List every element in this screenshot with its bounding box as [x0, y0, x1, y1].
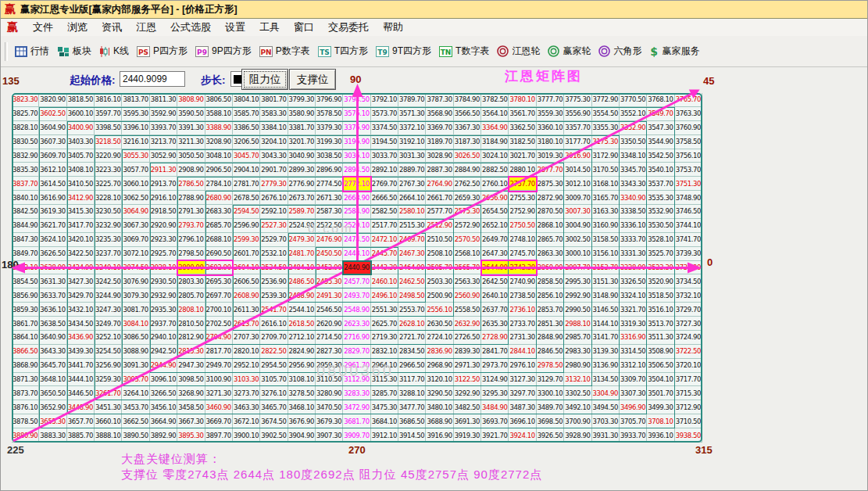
grid-cell: 2880.10 [509, 163, 536, 177]
grid-cell: 3218.50 [95, 135, 122, 149]
grid-cell: 3122.50 [454, 373, 481, 387]
grid-cell: 3175.30 [592, 135, 620, 149]
grid-cell: 2546.50 [316, 303, 343, 317]
grid-cell: 3199.30 [316, 135, 343, 149]
toolbar-item-5[interactable]: PNP数字表 [255, 42, 314, 60]
grid-cell: 3753.70 [675, 163, 702, 177]
grid-cell: 3895.30 [177, 428, 205, 443]
grid-cell: 3832.90 [12, 149, 39, 163]
grid-cell: 3710.50 [675, 414, 702, 428]
grid-cell: 3439.30 [67, 345, 95, 359]
grid-cell: 3756.10 [675, 149, 702, 163]
grid-cell: 2832.10 [371, 345, 398, 359]
footer-key-levels: 支撑位 零度2743点 2644点 180度2692点 阻力位 45度2757点… [121, 468, 542, 482]
grid-cell: 2656.90 [481, 191, 509, 205]
grid-cell: 3441.70 [67, 359, 95, 373]
toolbar-item-0[interactable]: 行情 [11, 42, 53, 60]
app-logo-icon: 赢 [7, 20, 18, 34]
toolbar-item-10[interactable]: 赢家轮 [544, 42, 595, 60]
grid-cell: 3496.90 [620, 400, 647, 414]
grid-cell: 2712.10 [288, 331, 316, 345]
grid-cell: 3931.30 [592, 428, 620, 443]
grid-cell: 3676.90 [288, 414, 316, 428]
dollar-icon: $ [649, 45, 659, 57]
grid-cell: 3784.90 [454, 93, 481, 107]
toolbar-item-3[interactable]: PSP四方形 [133, 42, 191, 60]
grid-cell: 3688.90 [426, 414, 453, 428]
grid-cell: 3388.90 [205, 121, 233, 135]
grid-cell: 2918.50 [150, 205, 177, 219]
menu-item-2[interactable]: 资讯 [95, 19, 129, 36]
grid-cell: 3278.50 [288, 386, 316, 400]
gann-square-grid: 3823.303820.903818.503816.103813.703811.… [12, 93, 702, 443]
grid-cell: 3516.10 [647, 303, 674, 317]
grid-cell: 2968.90 [426, 359, 453, 373]
grid-cell: 3566.50 [454, 107, 481, 121]
grid-cell: 2690.50 [205, 247, 233, 261]
grid-cell: 3206.50 [233, 135, 260, 149]
grid-cell: 3458.50 [177, 400, 205, 414]
toolbar-item-2[interactable]: K线 [95, 42, 133, 60]
grid-cell: 3633.70 [39, 289, 66, 303]
menu-item-1[interactable]: 浏览 [60, 19, 95, 36]
grid-cell: 2702.50 [205, 317, 233, 331]
grid-cell: 2841.70 [481, 345, 509, 359]
grid-cell: 3708.10 [647, 414, 674, 428]
grid-cell: 3674.50 [260, 414, 288, 428]
toolbar-item-label: P数字表 [276, 45, 310, 58]
grid-cell: 2872.90 [537, 191, 564, 205]
grid-cell: 2920.90 [150, 219, 177, 233]
grid-cell: 3904.90 [288, 428, 316, 443]
grid-cell: 3427.30 [67, 274, 95, 289]
menu-item-9[interactable]: 帮助 [376, 19, 410, 36]
grid-cell: 2800.90 [177, 261, 205, 275]
grid-cell: 2745.70 [509, 247, 536, 261]
toolbar-item-8[interactable]: TNT数字表 [435, 42, 493, 60]
grid-cell: 2793.70 [177, 219, 205, 233]
resistance-button[interactable]: 阻力位 [241, 69, 288, 90]
menu-item-7[interactable]: 窗口 [287, 19, 321, 36]
grid-cell: 2539.30 [260, 289, 288, 303]
toolbar-item-4[interactable]: P99P四方形 [191, 42, 255, 60]
grid-cell: 3811.30 [150, 93, 177, 107]
toolbar-item-7[interactable]: T99T四方形 [372, 42, 435, 60]
menu-item-0[interactable]: 文件 [26, 19, 60, 36]
grid-cell: 3417.70 [67, 219, 95, 233]
toolbar-item-label: 行情 [30, 45, 49, 58]
grid-cell: 3019.30 [537, 149, 564, 163]
grid-cell: 3204.10 [260, 135, 288, 149]
grid-cell: 3448.90 [67, 400, 95, 414]
toolbar-item-6[interactable]: TST四方形 [314, 42, 372, 60]
toolbar-item-12[interactable]: $赢家服务 [645, 42, 703, 60]
toolbar-item-9[interactable]: 江恩轮 [493, 42, 544, 60]
menu-item-3[interactable]: 江恩 [129, 19, 163, 36]
grid-cell: 3564.10 [481, 107, 509, 121]
grid-cell: 2505.70 [426, 261, 453, 275]
grid-cell: 3732.10 [675, 289, 702, 303]
menu-item-4[interactable]: 公式选股 [163, 19, 218, 36]
toolbar-item-1[interactable]: 板块 [53, 42, 95, 60]
grid-cell: 3804.10 [233, 93, 260, 107]
menu-item-6[interactable]: 工具 [252, 19, 287, 36]
grid-cell: 3499.30 [647, 400, 674, 414]
menu-item-8[interactable]: 交易委托 [321, 19, 376, 36]
menu-item-5[interactable]: 设置 [218, 19, 252, 36]
grid-cell: 2575.30 [454, 205, 481, 219]
grid-cell: 3372.10 [398, 121, 426, 135]
toolbar-item-11[interactable]: 六角形 [595, 42, 645, 60]
grid-cell: 3768.10 [647, 93, 674, 107]
grid-cell: 2875.30 [537, 177, 564, 191]
grid-cell: 2630.50 [426, 317, 453, 331]
grid-cell: 2829.70 [343, 345, 370, 359]
grid-cell: 3864.10 [12, 331, 39, 345]
grid-cell: 3208.90 [205, 135, 233, 149]
grid-cell: 3664.90 [150, 414, 177, 428]
grid-cell: 3780.10 [509, 93, 536, 107]
start-price-input[interactable] [120, 71, 185, 87]
grid-cell: 2616.10 [260, 317, 288, 331]
grid-cell: 2719.30 [371, 331, 398, 345]
support-button[interactable]: 支撑位 [289, 69, 336, 90]
grid-cell: 2971.30 [454, 359, 481, 373]
grid-cell: 3348.10 [620, 149, 647, 163]
grid-cell: 2700.10 [205, 303, 233, 317]
